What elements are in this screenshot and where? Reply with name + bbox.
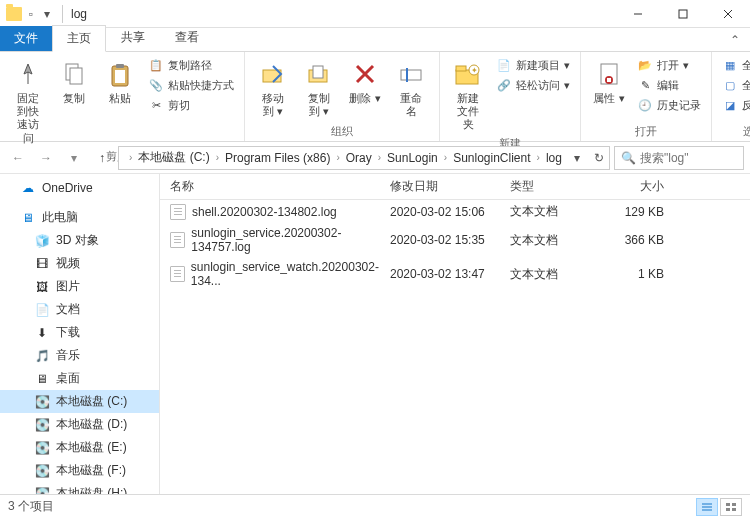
- maximize-button[interactable]: [660, 0, 705, 28]
- sidebar-item[interactable]: 🎞视频: [0, 252, 159, 275]
- nav-up-button[interactable]: ↑: [90, 146, 114, 170]
- breadcrumb-segment[interactable]: Oray: [342, 151, 376, 165]
- tab-file[interactable]: 文件: [0, 26, 52, 51]
- chevron-right-icon[interactable]: ›: [376, 152, 383, 163]
- column-headers[interactable]: 名称 修改日期 类型 大小: [160, 174, 750, 200]
- paste-shortcut-button[interactable]: 📎粘贴快捷方式: [146, 76, 236, 94]
- search-input[interactable]: [640, 151, 737, 165]
- address-dropdown-button[interactable]: ▾: [566, 147, 588, 169]
- tab-home[interactable]: 主页: [52, 25, 106, 52]
- nav-recent-button[interactable]: ▾: [62, 146, 86, 170]
- invert-selection-button[interactable]: ◪反向选择: [720, 96, 750, 114]
- svg-rect-29: [732, 508, 736, 511]
- edit-button[interactable]: ✎编辑: [635, 76, 703, 94]
- file-list: 名称 修改日期 类型 大小 shell.20200302-134802.log2…: [160, 174, 750, 494]
- breadcrumb-segment[interactable]: SunLogin: [383, 151, 442, 165]
- sidebar-item[interactable]: 🖼图片: [0, 275, 159, 298]
- sidebar-onedrive[interactable]: ☁OneDrive: [0, 178, 159, 198]
- nav-pane[interactable]: ☁OneDrive 🖥此电脑 🧊3D 对象🎞视频🖼图片📄文档⬇下载🎵音乐🖥桌面💽…: [0, 174, 160, 494]
- chevron-right-icon[interactable]: ›: [442, 152, 449, 163]
- breadcrumb-segment[interactable]: Program Files (x86): [221, 151, 334, 165]
- sidebar-item[interactable]: 📄文档: [0, 298, 159, 321]
- file-date: 2020-03-02 13:47: [390, 267, 510, 281]
- copy-button[interactable]: 复制: [54, 56, 94, 147]
- sidebar-item[interactable]: ⬇下载: [0, 321, 159, 344]
- breadcrumb-segment[interactable]: log: [542, 151, 566, 165]
- ribbon-group-open: 属性 ▾ 📂打开 ▾ ✎编辑 🕘历史记录 打开: [581, 52, 712, 141]
- chevron-right-icon[interactable]: ›: [127, 152, 134, 163]
- sidebar-item[interactable]: 🎵音乐: [0, 344, 159, 367]
- copy-to-button[interactable]: 复制到 ▾: [299, 56, 339, 122]
- ribbon-collapse-button[interactable]: ⌃: [720, 29, 750, 51]
- file-type: 文本文档: [510, 232, 600, 249]
- open-button[interactable]: 📂打开 ▾: [635, 56, 703, 74]
- close-button[interactable]: [705, 0, 750, 28]
- icons-view-button[interactable]: [720, 498, 742, 516]
- breadcrumb-segment[interactable]: SunloginClient: [449, 151, 534, 165]
- move-to-button[interactable]: 移动到 ▾: [253, 56, 293, 122]
- easy-access-button[interactable]: 🔗轻松访问 ▾: [494, 76, 572, 94]
- chevron-right-icon[interactable]: ›: [535, 152, 542, 163]
- ribbon-group-new: ✦ 新建 文件夹 📄新建项目 ▾ 🔗轻松访问 ▾ 新建: [440, 52, 581, 141]
- sidebar-item[interactable]: 🖥桌面: [0, 367, 159, 390]
- column-type[interactable]: 类型: [510, 178, 600, 195]
- sidebar-this-pc[interactable]: 🖥此电脑: [0, 206, 159, 229]
- new-folder-button[interactable]: ✦ 新建 文件夹: [448, 56, 488, 134]
- navbar: ← → ▾ ↑ › 本地磁盘 (C:) › Program Files (x86…: [0, 142, 750, 174]
- drive-icon: 💽: [34, 464, 50, 478]
- nav-forward-button[interactable]: →: [34, 146, 58, 170]
- column-date[interactable]: 修改日期: [390, 178, 510, 195]
- ribbon-group-select: ▦全部选择 ▢全部取消 ◪反向选择 选择: [712, 52, 750, 141]
- select-none-button[interactable]: ▢全部取消: [720, 76, 750, 94]
- file-size: 1 KB: [600, 267, 680, 281]
- svg-rect-5: [70, 68, 82, 84]
- svg-text:✦: ✦: [471, 66, 478, 75]
- tab-share[interactable]: 共享: [106, 24, 160, 51]
- column-size[interactable]: 大小: [600, 178, 680, 195]
- sidebar-item[interactable]: 💽本地磁盘 (H:): [0, 482, 159, 494]
- tab-view[interactable]: 查看: [160, 24, 214, 51]
- details-view-button[interactable]: [696, 498, 718, 516]
- search-box[interactable]: 🔍: [614, 146, 744, 170]
- chevron-right-icon[interactable]: ›: [214, 152, 221, 163]
- sidebar-item[interactable]: 💽本地磁盘 (D:): [0, 413, 159, 436]
- qat-icon[interactable]: ▫: [24, 7, 38, 21]
- file-type: 文本文档: [510, 266, 600, 283]
- rename-button[interactable]: 重命名: [391, 56, 431, 122]
- drive-icon: 🧊: [34, 234, 50, 248]
- select-all-button[interactable]: ▦全部选择: [720, 56, 750, 74]
- folder-icon: [6, 7, 22, 21]
- address-bar[interactable]: › 本地磁盘 (C:) › Program Files (x86) › Oray…: [118, 146, 610, 170]
- column-name[interactable]: 名称: [160, 178, 390, 195]
- minimize-button[interactable]: [615, 0, 660, 28]
- file-row[interactable]: sunlogin_service_watch.20200302-134...20…: [160, 257, 750, 291]
- qat-dropdown-icon[interactable]: ▾: [40, 7, 54, 21]
- ribbon-tabs: 文件 主页 共享 查看 ⌃: [0, 28, 750, 52]
- delete-button[interactable]: 删除 ▾: [345, 56, 385, 122]
- paste-button[interactable]: 粘贴: [100, 56, 140, 147]
- sidebar-item[interactable]: 💽本地磁盘 (E:): [0, 436, 159, 459]
- sidebar-item-label: 本地磁盘 (F:): [56, 462, 126, 479]
- sidebar-item[interactable]: 🧊3D 对象: [0, 229, 159, 252]
- file-date: 2020-03-02 15:06: [390, 205, 510, 219]
- breadcrumb-segment[interactable]: 本地磁盘 (C:): [134, 149, 213, 166]
- sidebar-item[interactable]: 💽本地磁盘 (F:): [0, 459, 159, 482]
- file-size: 129 KB: [600, 205, 680, 219]
- copy-path-button[interactable]: 📋复制路径: [146, 56, 236, 74]
- new-item-button[interactable]: 📄新建项目 ▾: [494, 56, 572, 74]
- nav-back-button[interactable]: ←: [6, 146, 30, 170]
- svg-rect-7: [116, 64, 124, 68]
- properties-button[interactable]: 属性 ▾: [589, 56, 629, 122]
- pin-to-quick-access-button[interactable]: 固定到快 速访问: [8, 56, 48, 147]
- chevron-right-icon[interactable]: ›: [334, 152, 341, 163]
- refresh-button[interactable]: ↻: [588, 147, 610, 169]
- history-button[interactable]: 🕘历史记录: [635, 96, 703, 114]
- svg-rect-8: [115, 70, 125, 83]
- cut-button[interactable]: ✂剪切: [146, 96, 236, 114]
- file-row[interactable]: shell.20200302-134802.log2020-03-02 15:0…: [160, 200, 750, 223]
- drive-icon: 💽: [34, 395, 50, 409]
- file-row[interactable]: sunlogin_service.20200302-134757.log2020…: [160, 223, 750, 257]
- sidebar-item-label: 音乐: [56, 347, 80, 364]
- file-icon: [170, 266, 185, 282]
- sidebar-item[interactable]: 💽本地磁盘 (C:): [0, 390, 159, 413]
